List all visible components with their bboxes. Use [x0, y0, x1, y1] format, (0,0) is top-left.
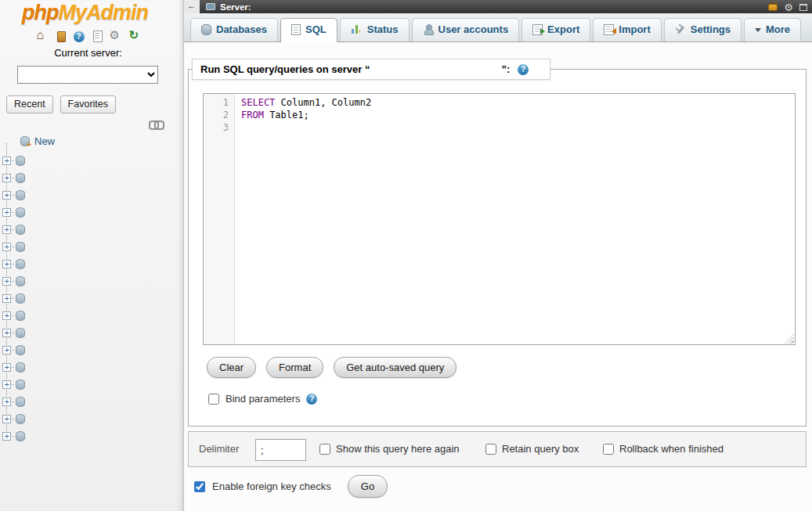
tab-settings[interactable]: Settings — [664, 18, 742, 41]
tree-item[interactable] — [0, 411, 176, 428]
option-retain-query-box[interactable]: Retain query box — [485, 443, 579, 455]
delimiter-input[interactable] — [255, 439, 306, 461]
expand-icon[interactable] — [2, 157, 11, 165]
show-this-query-here-again-checkbox[interactable] — [319, 444, 330, 455]
bind-parameters-checkbox[interactable] — [208, 394, 219, 405]
expand-icon[interactable] — [2, 277, 11, 286]
tab-user-accounts[interactable]: User accounts — [412, 18, 520, 41]
expand-icon[interactable] — [2, 294, 11, 303]
database-icon — [16, 225, 25, 235]
tab-databases[interactable]: Databases — [190, 18, 278, 41]
footer-row: Enable foreign key checks Go — [194, 475, 388, 498]
server-select[interactable] — [17, 66, 158, 84]
status-icon — [351, 24, 363, 34]
tree-item[interactable] — [0, 170, 176, 187]
database-icon — [16, 293, 25, 304]
gear-icon[interactable] — [784, 0, 793, 14]
expand-icon[interactable] — [2, 415, 11, 423]
expand-icon[interactable] — [2, 380, 11, 389]
expand-icon[interactable] — [2, 346, 11, 354]
tab-sql[interactable]: SQL — [280, 18, 337, 41]
code-line — [241, 121, 795, 134]
favorites-button[interactable]: Favorites — [60, 95, 116, 113]
tab-status[interactable]: Status — [340, 18, 410, 41]
maximize-icon[interactable] — [799, 4, 807, 11]
expand-icon[interactable] — [2, 329, 11, 337]
sql-editor[interactable]: 123 SELECT Column1, Column2FROM Table1; — [203, 93, 796, 345]
tree-item[interactable] — [0, 290, 176, 308]
tab-label: Import — [619, 23, 650, 35]
help-icon[interactable] — [306, 394, 317, 405]
tree-item[interactable] — [0, 153, 176, 170]
tree-item[interactable] — [0, 187, 176, 204]
database-icon — [16, 173, 25, 183]
bind-parameters-option[interactable]: Bind parameters — [208, 393, 317, 405]
expand-icon[interactable] — [2, 174, 11, 182]
phpmyadmin-window: phpMyAdmin Current server: Recent Favori… — [0, 0, 812, 511]
tab-label: Settings — [691, 23, 731, 35]
expand-icon[interactable] — [2, 260, 11, 268]
clear-button[interactable]: Clear — [207, 357, 256, 378]
get-auto-saved-query-button[interactable]: Get auto-saved query — [334, 357, 457, 378]
tree-item[interactable] — [0, 256, 176, 273]
recent-button[interactable]: Recent — [6, 95, 53, 113]
database-icon — [201, 24, 211, 35]
delimiter-label: Delimiter — [199, 443, 239, 455]
sidebar-item-new[interactable]: New — [20, 135, 55, 147]
database-icon — [16, 190, 25, 200]
home-icon[interactable] — [36, 30, 49, 42]
sql-file-icon — [291, 24, 301, 35]
database-icon — [16, 362, 25, 372]
expand-icon[interactable] — [2, 225, 11, 234]
help-icon[interactable] — [74, 31, 85, 42]
expand-icon[interactable] — [2, 243, 11, 251]
tree-item[interactable] — [0, 221, 176, 239]
phpmyadmin-logo[interactable]: phpMyAdmin — [22, 1, 148, 25]
server-monitor-icon — [206, 3, 215, 10]
wrench-icon — [675, 24, 686, 35]
help-icon[interactable] — [518, 64, 529, 75]
line-number: 3 — [204, 121, 229, 134]
rollback-when-finished-checkbox[interactable] — [603, 444, 614, 455]
link-icon[interactable] — [149, 120, 163, 128]
expand-icon[interactable] — [2, 191, 11, 200]
expand-icon[interactable] — [2, 208, 11, 217]
current-server-label: Current server: — [0, 47, 176, 59]
settings-icon[interactable] — [110, 30, 122, 42]
sidebar: phpMyAdmin Current server: Recent Favori… — [0, 0, 184, 511]
expand-icon[interactable] — [2, 398, 11, 406]
expand-icon[interactable] — [2, 311, 11, 320]
expand-icon[interactable] — [2, 432, 11, 441]
enable-foreign-key-checks-checkbox[interactable] — [194, 481, 205, 492]
retain-query-box-checkbox[interactable] — [485, 444, 496, 455]
tab-label: Databases — [216, 23, 267, 35]
collapse-sidebar-icon[interactable] — [184, 0, 200, 13]
tab-export[interactable]: Export — [521, 18, 590, 41]
option-rollback-when-finished[interactable]: Rollback when finished — [603, 443, 724, 455]
refresh-icon[interactable] — [128, 30, 141, 42]
chevron-down-icon — [755, 28, 761, 32]
option-show-this-query-here-again[interactable]: Show this query here again — [319, 443, 460, 455]
tree-item[interactable] — [0, 325, 176, 342]
go-button[interactable]: Go — [348, 475, 388, 498]
logout-icon[interactable] — [55, 30, 67, 42]
tree-item[interactable] — [0, 342, 176, 359]
tree-item[interactable] — [0, 359, 176, 376]
docs-icon[interactable] — [91, 30, 103, 42]
tree-item[interactable] — [0, 273, 176, 290]
format-button[interactable]: Format — [266, 357, 323, 378]
expand-icon[interactable] — [2, 363, 11, 372]
sql-query-fieldset: 123 SELECT Column1, Column2FROM Table1; … — [188, 69, 807, 426]
tab-more[interactable]: More — [744, 18, 801, 41]
tab-label: More — [766, 23, 790, 35]
tree-item[interactable] — [0, 308, 176, 325]
briefcase-icon[interactable] — [768, 4, 778, 11]
sql-code-area[interactable]: SELECT Column1, Column2FROM Table1; — [235, 94, 795, 344]
main-panel: Server: DatabasesSQLStatusUser accountsE… — [184, 0, 812, 511]
tab-import[interactable]: Import — [593, 18, 661, 41]
tree-item[interactable] — [0, 376, 176, 394]
tree-item[interactable] — [0, 428, 176, 445]
tree-item[interactable] — [0, 204, 176, 221]
tree-item[interactable] — [0, 239, 176, 256]
tree-item[interactable] — [0, 394, 176, 411]
